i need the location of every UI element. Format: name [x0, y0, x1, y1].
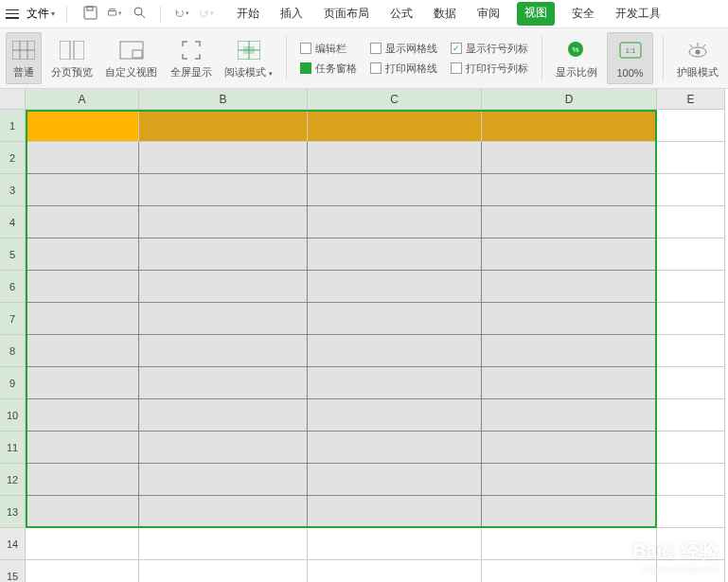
cell[interactable] — [26, 399, 139, 432]
save-icon[interactable] — [82, 6, 98, 21]
cell[interactable] — [482, 560, 657, 582]
cell[interactable] — [308, 399, 482, 432]
cell[interactable] — [26, 206, 139, 238]
cell[interactable] — [482, 528, 657, 560]
cell[interactable] — [26, 110, 139, 142]
fullscreen-button[interactable]: 全屏显示 — [167, 32, 216, 84]
redo-icon[interactable]: ▾ — [199, 6, 214, 21]
col-header-A[interactable]: A — [26, 89, 139, 110]
cell[interactable] — [657, 303, 725, 335]
cell[interactable] — [26, 464, 139, 496]
cell[interactable] — [482, 464, 657, 496]
cell[interactable] — [26, 528, 139, 560]
cell[interactable] — [482, 399, 657, 432]
check-print-grid[interactable]: 打印网格线 — [370, 62, 437, 76]
cell[interactable] — [308, 174, 482, 206]
cell[interactable] — [482, 432, 657, 464]
cell[interactable] — [657, 110, 725, 142]
cell[interactable] — [308, 271, 482, 303]
row-header-15[interactable]: 15 — [0, 560, 26, 582]
col-header-D[interactable]: D — [482, 89, 657, 110]
cell[interactable] — [308, 367, 482, 399]
row-header-6[interactable]: 6 — [0, 271, 26, 303]
row-header-12[interactable]: 12 — [0, 464, 26, 496]
cell[interactable] — [482, 335, 657, 367]
cell[interactable] — [139, 110, 308, 142]
select-all-cell[interactable] — [0, 89, 26, 110]
cell[interactable] — [657, 174, 725, 206]
cell[interactable] — [139, 464, 308, 496]
undo-icon[interactable]: ▾ — [174, 6, 189, 21]
row-header-13[interactable]: 13 — [0, 496, 26, 528]
cell[interactable] — [139, 174, 308, 206]
cell[interactable] — [308, 496, 482, 528]
cell[interactable] — [308, 464, 482, 496]
cell[interactable] — [657, 399, 725, 432]
cell[interactable] — [657, 238, 725, 271]
tab-insert[interactable]: 插入 — [276, 2, 307, 26]
row-header-11[interactable]: 11 — [0, 432, 26, 464]
cell[interactable] — [657, 464, 725, 496]
tab-layout[interactable]: 页面布局 — [320, 2, 373, 26]
cell[interactable] — [308, 110, 482, 142]
custom-view-button[interactable]: 自定义视图 — [102, 32, 161, 84]
cell[interactable] — [139, 432, 308, 464]
cell[interactable] — [26, 432, 139, 464]
cell[interactable] — [139, 367, 308, 399]
cell[interactable] — [308, 206, 482, 238]
cell[interactable] — [139, 560, 308, 582]
reading-mode-button[interactable]: 阅读模式 ▾ — [222, 32, 277, 84]
cell[interactable] — [26, 496, 139, 528]
col-header-C[interactable]: C — [308, 89, 482, 110]
tab-data[interactable]: 数据 — [430, 2, 460, 26]
col-header-E[interactable]: E — [657, 89, 725, 110]
cell[interactable] — [657, 271, 725, 303]
cell[interactable] — [482, 271, 657, 303]
cell[interactable] — [308, 560, 482, 582]
print-icon[interactable]: ▾ — [107, 6, 122, 21]
check-print-rowcol[interactable]: 打印行号列标 — [451, 62, 528, 76]
cell[interactable] — [139, 238, 308, 271]
row-header-4[interactable]: 4 — [0, 206, 26, 238]
cell[interactable] — [482, 303, 657, 335]
row-header-2[interactable]: 2 — [0, 142, 26, 174]
tab-review[interactable]: 审阅 — [473, 2, 504, 26]
tab-view[interactable]: 视图 — [517, 2, 555, 26]
zoom-button[interactable]: % 显示比例 — [552, 32, 601, 84]
cell[interactable] — [657, 367, 725, 399]
cell[interactable] — [308, 432, 482, 464]
cell[interactable] — [308, 528, 482, 560]
cell[interactable] — [26, 142, 139, 174]
cell[interactable] — [139, 271, 308, 303]
cell[interactable] — [26, 238, 139, 271]
cell[interactable] — [26, 367, 139, 399]
row-header-8[interactable]: 8 — [0, 335, 26, 367]
check-task-pane[interactable]: 任务窗格 — [300, 62, 357, 76]
cell[interactable] — [139, 303, 308, 335]
cell[interactable] — [139, 528, 308, 560]
cell[interactable] — [482, 206, 657, 238]
row-header-5[interactable]: 5 — [0, 238, 26, 271]
tab-start[interactable]: 开始 — [233, 2, 263, 26]
cell[interactable] — [139, 206, 308, 238]
cell[interactable] — [139, 335, 308, 367]
zoom-100-button[interactable]: 1:1 100% — [607, 32, 654, 84]
tab-developer[interactable]: 开发工具 — [612, 2, 665, 26]
cell[interactable] — [308, 238, 482, 271]
cell[interactable] — [482, 142, 657, 174]
cell[interactable] — [482, 367, 657, 399]
cell[interactable] — [139, 496, 308, 528]
cell[interactable] — [139, 142, 308, 174]
cell[interactable] — [26, 271, 139, 303]
tab-security[interactable]: 安全 — [568, 2, 598, 26]
row-header-7[interactable]: 7 — [0, 303, 26, 335]
cell[interactable] — [482, 238, 657, 271]
row-header-10[interactable]: 10 — [0, 399, 26, 432]
col-header-B[interactable]: B — [139, 89, 308, 110]
cell[interactable] — [657, 496, 725, 528]
cell[interactable] — [139, 399, 308, 432]
row-header-3[interactable]: 3 — [0, 174, 26, 206]
cell[interactable] — [482, 174, 657, 206]
cell[interactable] — [482, 496, 657, 528]
cell[interactable] — [657, 432, 725, 464]
